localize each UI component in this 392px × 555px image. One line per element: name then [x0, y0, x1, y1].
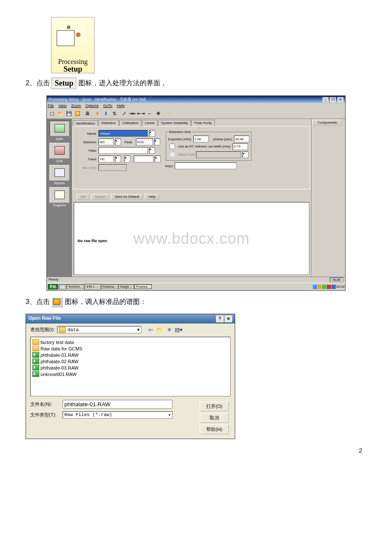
peak-input[interactable] — [136, 139, 153, 145]
cancel-dialog-button[interactable]: 取消 — [200, 413, 229, 423]
up-arrow-icon[interactable]: ⬆ — [93, 109, 101, 118]
dialog-help-button[interactable]: ? — [216, 315, 224, 322]
menu-goto[interactable]: GoTo — [103, 104, 112, 108]
keys-input[interactable] — [175, 162, 237, 169]
trace-input[interactable] — [98, 156, 114, 162]
minimize-button[interactable]: _ — [323, 97, 329, 102]
task-techsmith[interactable]: TechSmi... — [66, 284, 84, 289]
list-item[interactable]: phthalate-01.RAW — [32, 352, 228, 358]
start-button[interactable]: 开始 — [47, 283, 58, 290]
task-processing[interactable]: Processi... — [134, 284, 152, 289]
name-label: Name: — [77, 132, 97, 136]
new-icon[interactable]: ▢ — [48, 109, 56, 118]
window-input[interactable] — [234, 136, 249, 142]
open-raw-file-dialog: Open Raw File ? ✕ 查找范围(I): data ▾ ⇦ 📁 ✳ … — [26, 314, 235, 439]
fit-h-icon[interactable]: ↔ — [145, 109, 154, 118]
dialog-close-button[interactable]: ✕ — [225, 315, 232, 322]
tray-icon-2[interactable] — [317, 285, 322, 289]
mass-input — [98, 164, 127, 171]
detector-input[interactable] — [98, 139, 114, 145]
tab-calibration[interactable]: Calibration — [119, 120, 141, 126]
task-doc1[interactable]: 文档 1 -... — [84, 284, 101, 290]
adjust-checkbox[interactable] — [170, 152, 175, 157]
filetype-dropdown[interactable]: ▾ — [168, 412, 171, 418]
save-default-button[interactable]: Save As Default — [111, 194, 143, 199]
fit-all-icon[interactable]: ✥ — [154, 109, 162, 118]
detector-dropdown[interactable]: ▾ — [115, 139, 121, 145]
file-list[interactable]: factory test data Raw data for GCMS phth… — [30, 337, 231, 396]
sidebar-quan[interactable] — [49, 121, 69, 136]
trace-op-dropdown[interactable]: ▾ — [124, 156, 130, 162]
tab-peak-purity[interactable]: Peak Purity — [191, 120, 215, 126]
quick-launch[interactable]: 📧 — [59, 284, 66, 289]
use-rt-input[interactable] — [233, 143, 248, 150]
open-icon[interactable]: 📂 — [56, 109, 65, 118]
file-name: phthalate-02.RAW — [40, 359, 78, 364]
trace2-input[interactable] — [134, 156, 153, 162]
lookin-value: data — [67, 327, 78, 332]
new-folder-icon[interactable]: ✳ — [165, 327, 173, 333]
help-dialog-button[interactable]: 帮助(H) — [200, 425, 229, 434]
help-button[interactable]: Help — [144, 194, 159, 199]
tab-identification[interactable]: Identification — [73, 120, 98, 127]
use-rt-checkbox[interactable] — [170, 144, 175, 149]
menubar: File View Zoom Options GoTo Help — [47, 103, 345, 108]
peak-dropdown[interactable]: ▾ — [154, 139, 160, 145]
menu-help[interactable]: Help — [117, 104, 125, 108]
page-number: 2 — [359, 447, 362, 454]
list-item[interactable]: phthalate-02.RAW — [32, 358, 228, 364]
tab-levels[interactable]: Levels — [142, 120, 158, 126]
task-roadmap[interactable]: Roadma... — [101, 284, 118, 289]
back-icon[interactable]: ⇦ — [147, 327, 154, 333]
menu-view[interactable]: View — [58, 104, 66, 108]
lookin-dropdown[interactable]: ▾ — [137, 327, 140, 332]
statusbar: Ready NUM — [47, 277, 345, 283]
zoom-in-icon[interactable]: ⤢ — [120, 109, 128, 118]
maximize-button[interactable]: ❐ — [330, 97, 336, 102]
menu-options[interactable]: Options — [85, 104, 98, 108]
filename-input[interactable] — [63, 400, 173, 409]
list-item[interactable]: Raw data for GCMS — [32, 345, 228, 352]
name-input[interactable] — [98, 130, 148, 137]
tab-detection[interactable]: Detection — [98, 120, 119, 126]
tray-icon-1[interactable] — [313, 285, 317, 289]
processing-label: Processing — [58, 58, 87, 65]
name-dropdown[interactable]: ▾ — [149, 130, 155, 137]
trace-dropdown[interactable]: ▾ — [115, 156, 121, 162]
detector-label: Detector: — [77, 140, 97, 144]
view-menu-icon[interactable]: ▤▾ — [175, 327, 182, 333]
components-tab[interactable]: Components — [312, 120, 342, 125]
filter-input[interactable] — [98, 147, 148, 154]
tray-icon-5[interactable] — [331, 285, 336, 289]
list-item[interactable]: factory test data — [32, 339, 228, 345]
up-folder-icon[interactable]: 📁 — [156, 327, 164, 333]
open-button[interactable]: 打开(O) — [200, 402, 229, 411]
tab-system-suitability[interactable]: System Suitability — [158, 120, 191, 126]
list-item[interactable]: unknow001.RAW — [32, 371, 228, 377]
tray-icon-4[interactable] — [327, 285, 331, 289]
step3-suffix: 图标，调入标准品的谱图： — [65, 298, 147, 305]
file-name: Raw data for GCMS — [40, 346, 82, 351]
menu-file[interactable]: File — [48, 104, 54, 108]
tray-icon-3[interactable] — [322, 285, 326, 289]
task-snagit[interactable]: SnagIt ... — [118, 284, 134, 289]
expected-input[interactable] — [193, 136, 209, 142]
file-name: phthalate-03.RAW — [40, 365, 78, 370]
close-button[interactable]: ✕ — [337, 97, 343, 102]
save-icon[interactable]: 💾 — [65, 109, 73, 118]
collapse-h-icon[interactable]: ⇥⇤ — [128, 109, 137, 118]
list-item[interactable]: phthalate-03.RAW — [32, 364, 228, 371]
sidebar-qual[interactable] — [49, 143, 69, 159]
trace2-dropdown[interactable]: ▾ — [155, 156, 161, 162]
expand-h-icon[interactable]: ⇤⇥ — [137, 109, 145, 118]
import-icon[interactable]: 🔽 — [73, 109, 82, 118]
print-icon[interactable]: 🖶 — [83, 109, 92, 118]
sidebar-reports[interactable] — [49, 165, 69, 181]
down-arrow-icon[interactable]: ⬇ — [101, 109, 110, 118]
menu-zoom[interactable]: Zoom — [71, 104, 81, 108]
filter-dropdown[interactable]: ▾ — [149, 147, 155, 154]
help-icon[interactable]: ? — [164, 109, 172, 118]
updown-icon[interactable]: ⇅ — [110, 109, 118, 118]
window-label: (indow (sec): — [213, 137, 233, 141]
sidebar-programs[interactable] — [49, 187, 69, 203]
